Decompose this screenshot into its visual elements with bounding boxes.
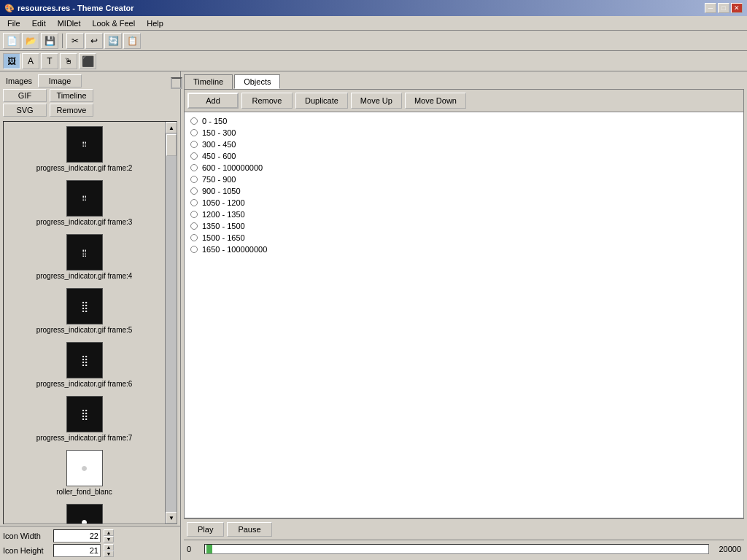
icon-height-up[interactable]: ▲ [104,544,114,551]
list-item[interactable]: ⣿ progress_indicator.gif frame:6 [4,338,164,392]
range-label-4: 600 - 100000000 [202,163,263,172]
svg-button[interactable]: SVG [3,104,47,117]
radio-10[interactable] [190,234,198,241]
open-button[interactable]: 📂 [22,33,39,49]
radio-8[interactable] [190,211,198,218]
icon-width-down[interactable]: ▼ [104,536,114,542]
item-label: progress_indicator.gif frame:6 [36,380,133,388]
icon-height-input[interactable] [53,544,101,557]
left-panel: Images Image GIF Timeline SVG Remove ⠿ p… [0,71,181,560]
range-item-1[interactable]: 150 - 300 [187,127,740,139]
range-label-2: 300 - 450 [202,140,236,149]
new-button[interactable]: 📄 [3,33,20,49]
range-item-3[interactable]: 450 - 600 [187,150,740,162]
image-list-container: ⠿ progress_indicator.gif frame:2 ⠿ progr… [3,121,177,524]
scroll-up-button[interactable]: ▲ [166,122,177,133]
range-label-7: 1050 - 1200 [202,198,245,207]
menu-bar: File Edit MIDlet Look & Feel Help [0,16,747,31]
close-button[interactable]: ✕ [731,3,743,13]
tab-timeline[interactable]: Timeline [184,74,233,89]
move-down-button[interactable]: Move Down [405,93,466,109]
title-bar-controls[interactable]: ─ □ ✕ [705,3,743,13]
duplicate-button[interactable]: Duplicate [295,93,348,109]
list-item[interactable]: ● roller_fond_noir [4,500,164,524]
image-button[interactable]: Image [38,74,82,88]
thumbnail: ⠿ [66,180,103,217]
maximize-button[interactable]: □ [718,3,729,13]
range-item-9[interactable]: 1350 - 1500 [187,220,740,232]
undo-button[interactable]: ↩ [85,33,103,49]
title-bar-title: 🎨 resources.res - Theme Creator [4,4,134,13]
progress-start-label: 0 [187,545,201,553]
menu-help[interactable]: Help [142,18,168,28]
list-item[interactable]: ● roller_fond_blanc [4,446,164,499]
tool-text[interactable]: A [22,53,39,69]
radio-6[interactable] [190,187,198,195]
list-item[interactable]: ⠿ progress_indicator.gif frame:2 [4,122,164,176]
gif-button[interactable]: GIF [3,89,47,102]
range-item-6[interactable]: 900 - 1050 [187,185,740,197]
range-item-10[interactable]: 1500 - 1650 [187,232,740,244]
radio-9[interactable] [190,222,198,230]
range-item-2[interactable]: 300 - 450 [187,139,740,150]
icon-height-spinner[interactable]: ▲ ▼ [104,544,114,557]
menu-edit[interactable]: Edit [28,18,50,28]
tool-font[interactable]: T [41,53,58,69]
icon-height-down[interactable]: ▼ [104,551,114,557]
range-item-5[interactable]: 750 - 900 [187,174,740,185]
icon-width-spinner[interactable]: ▲ ▼ [104,529,114,542]
menu-look-feel[interactable]: Look & Feel [88,18,139,28]
tool-image[interactable]: 🖼 [3,53,20,69]
remove-button[interactable]: Remove [50,104,93,117]
remove-obj-button[interactable]: Remove [241,93,293,109]
paste-button[interactable]: 📋 [123,33,141,49]
scroll-thumb[interactable] [166,134,177,156]
range-item-7[interactable]: 1050 - 1200 [187,197,740,209]
radio-5[interactable] [190,176,198,183]
tool-extra[interactable]: ⬛ [79,53,96,69]
icon-width-input[interactable] [53,529,101,542]
play-button[interactable]: Play [187,522,224,537]
objects-toolbar: Add Remove Duplicate Move Up Move Down [185,90,743,112]
cut-button[interactable]: ✂ [66,33,84,49]
radio-7[interactable] [190,199,198,206]
range-item-4[interactable]: 600 - 100000000 [187,162,740,174]
progress-track[interactable] [204,544,709,554]
item-label: roller_fond_blanc [56,488,112,496]
image-list-scrollbar[interactable]: ▲ ▼ [165,122,177,524]
range-item-0[interactable]: 0 - 150 [187,115,740,127]
svg-row: SVG Remove [3,104,177,117]
move-up-button[interactable]: Move Up [351,93,402,109]
minimize-button[interactable]: ─ [705,3,716,13]
tool-cursor[interactable]: 🖱 [60,53,77,69]
radio-1[interactable] [190,129,198,136]
radio-3[interactable] [190,152,198,160]
list-item[interactable]: ⠿ progress_indicator.gif frame:3 [4,176,164,230]
separator-1 [62,34,63,48]
range-item-8[interactable]: 1200 - 1350 [187,209,740,220]
add-button[interactable]: Add [187,93,239,109]
tab-objects[interactable]: Objects [234,74,280,89]
item-label: progress_indicator.gif frame:5 [36,326,133,334]
save-button[interactable]: 💾 [41,33,58,49]
menu-midlet[interactable]: MIDlet [53,18,85,28]
radio-0[interactable] [190,117,198,125]
refresh-button[interactable]: 🔄 [104,33,122,49]
scroll-down-button[interactable]: ▼ [166,512,177,524]
item-label: progress_indicator.gif frame:3 [36,218,133,226]
objects-list: 0 - 150 150 - 300 300 - 450 450 - 600 60… [185,112,743,518]
timeline-button[interactable]: Timeline [50,89,93,102]
progress-thumb[interactable] [206,545,212,553]
range-label-0: 0 - 150 [202,117,227,125]
icon-width-up[interactable]: ▲ [104,529,114,536]
pause-button[interactable]: Pause [227,522,271,537]
list-item[interactable]: ⣿ progress_indicator.gif frame:7 [4,392,164,446]
radio-11[interactable] [190,246,198,253]
list-item[interactable]: ⣿ progress_indicator.gif frame:4 [4,230,164,284]
scroll-track [166,133,177,512]
menu-file[interactable]: File [3,18,25,28]
radio-4[interactable] [190,164,198,171]
range-item-11[interactable]: 1650 - 100000000 [187,244,740,255]
list-item[interactable]: ⣿ progress_indicator.gif frame:5 [4,284,164,338]
radio-2[interactable] [190,141,198,148]
